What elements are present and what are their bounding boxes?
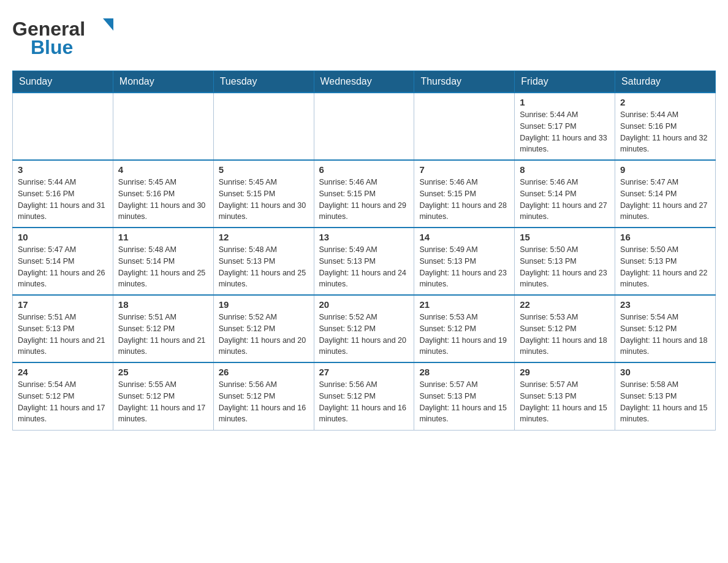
svg-text:Blue: Blue [31, 36, 73, 58]
day-number: 11 [118, 232, 208, 242]
day-number: 23 [620, 299, 710, 310]
day-info: Sunrise: 5:45 AM Sunset: 5:15 PM Dayligh… [219, 177, 309, 223]
day-number: 16 [620, 232, 710, 242]
day-info: Sunrise: 5:54 AM Sunset: 5:12 PM Dayligh… [18, 379, 108, 425]
day-info: Sunrise: 5:46 AM Sunset: 5:15 PM Dayligh… [319, 177, 409, 223]
day-cell: 4Sunrise: 5:45 AM Sunset: 5:16 PM Daylig… [113, 160, 213, 228]
day-info: Sunrise: 5:44 AM Sunset: 5:16 PM Dayligh… [620, 109, 710, 155]
day-number: 3 [18, 164, 108, 175]
day-cell: 12Sunrise: 5:48 AM Sunset: 5:13 PM Dayli… [213, 228, 314, 295]
day-number: 6 [319, 164, 409, 175]
day-number: 25 [118, 367, 208, 377]
day-info: Sunrise: 5:52 AM Sunset: 5:12 PM Dayligh… [219, 312, 309, 358]
day-number: 7 [419, 164, 509, 175]
day-cell: 26Sunrise: 5:56 AM Sunset: 5:12 PM Dayli… [213, 362, 314, 430]
day-cell: 28Sunrise: 5:57 AM Sunset: 5:13 PM Dayli… [414, 362, 515, 430]
weekday-header-friday: Friday [515, 71, 615, 93]
svg-marker-1 [103, 18, 113, 31]
day-info: Sunrise: 5:49 AM Sunset: 5:13 PM Dayligh… [319, 244, 409, 290]
day-number: 4 [118, 164, 208, 175]
day-info: Sunrise: 5:53 AM Sunset: 5:12 PM Dayligh… [419, 312, 509, 358]
day-number: 24 [18, 367, 108, 377]
day-cell: 10Sunrise: 5:47 AM Sunset: 5:14 PM Dayli… [13, 228, 113, 295]
week-row-1: 1Sunrise: 5:44 AM Sunset: 5:17 PM Daylig… [13, 93, 716, 160]
day-info: Sunrise: 5:53 AM Sunset: 5:12 PM Dayligh… [520, 312, 610, 358]
day-number: 22 [520, 299, 610, 310]
day-number: 1 [520, 97, 610, 107]
weekday-header-monday: Monday [113, 71, 213, 93]
day-number: 8 [520, 164, 610, 175]
day-number: 15 [520, 232, 610, 242]
weekday-header-wednesday: Wednesday [314, 71, 414, 93]
day-cell: 18Sunrise: 5:51 AM Sunset: 5:12 PM Dayli… [113, 295, 213, 362]
day-info: Sunrise: 5:58 AM Sunset: 5:13 PM Dayligh… [620, 379, 710, 425]
day-cell: 14Sunrise: 5:49 AM Sunset: 5:13 PM Dayli… [414, 228, 515, 295]
day-info: Sunrise: 5:57 AM Sunset: 5:13 PM Dayligh… [419, 379, 509, 425]
day-cell: 9Sunrise: 5:47 AM Sunset: 5:14 PM Daylig… [615, 160, 716, 228]
day-cell: 19Sunrise: 5:52 AM Sunset: 5:12 PM Dayli… [213, 295, 314, 362]
day-cell: 25Sunrise: 5:55 AM Sunset: 5:12 PM Dayli… [113, 362, 213, 430]
day-number: 21 [419, 299, 509, 310]
day-number: 29 [520, 367, 610, 377]
day-cell: 17Sunrise: 5:51 AM Sunset: 5:13 PM Dayli… [13, 295, 113, 362]
day-info: Sunrise: 5:51 AM Sunset: 5:13 PM Dayligh… [18, 312, 108, 358]
day-info: Sunrise: 5:47 AM Sunset: 5:14 PM Dayligh… [620, 177, 710, 223]
day-info: Sunrise: 5:48 AM Sunset: 5:14 PM Dayligh… [118, 244, 208, 290]
day-number: 14 [419, 232, 509, 242]
day-info: Sunrise: 5:50 AM Sunset: 5:13 PM Dayligh… [620, 244, 710, 290]
day-info: Sunrise: 5:48 AM Sunset: 5:13 PM Dayligh… [219, 244, 309, 290]
day-number: 17 [18, 299, 108, 310]
day-cell: 24Sunrise: 5:54 AM Sunset: 5:12 PM Dayli… [13, 362, 113, 430]
day-cell: 8Sunrise: 5:46 AM Sunset: 5:14 PM Daylig… [515, 160, 615, 228]
weekday-header-thursday: Thursday [414, 71, 515, 93]
day-cell [414, 93, 515, 160]
day-info: Sunrise: 5:44 AM Sunset: 5:16 PM Dayligh… [18, 177, 108, 223]
day-info: Sunrise: 5:56 AM Sunset: 5:12 PM Dayligh… [319, 379, 409, 425]
day-info: Sunrise: 5:55 AM Sunset: 5:12 PM Dayligh… [118, 379, 208, 425]
day-number: 10 [18, 232, 108, 242]
day-cell: 30Sunrise: 5:58 AM Sunset: 5:13 PM Dayli… [615, 362, 716, 430]
day-info: Sunrise: 5:52 AM Sunset: 5:12 PM Dayligh… [319, 312, 409, 358]
day-cell: 21Sunrise: 5:53 AM Sunset: 5:12 PM Dayli… [414, 295, 515, 362]
day-cell: 22Sunrise: 5:53 AM Sunset: 5:12 PM Dayli… [515, 295, 615, 362]
day-number: 19 [219, 299, 309, 310]
logo: General Blue [12, 12, 129, 58]
weekday-header-tuesday: Tuesday [213, 71, 314, 93]
day-cell [314, 93, 414, 160]
day-cell: 7Sunrise: 5:46 AM Sunset: 5:15 PM Daylig… [414, 160, 515, 228]
day-cell: 11Sunrise: 5:48 AM Sunset: 5:14 PM Dayli… [113, 228, 213, 295]
day-number: 2 [620, 97, 710, 107]
week-row-4: 17Sunrise: 5:51 AM Sunset: 5:13 PM Dayli… [13, 295, 716, 362]
day-info: Sunrise: 5:46 AM Sunset: 5:15 PM Dayligh… [419, 177, 509, 223]
day-number: 26 [219, 367, 309, 377]
day-cell: 5Sunrise: 5:45 AM Sunset: 5:15 PM Daylig… [213, 160, 314, 228]
day-cell [13, 93, 113, 160]
logo-svg: General Blue [12, 12, 129, 58]
page-header: General Blue [12, 12, 716, 58]
day-cell: 23Sunrise: 5:54 AM Sunset: 5:12 PM Dayli… [615, 295, 716, 362]
day-number: 27 [319, 367, 409, 377]
day-cell [113, 93, 213, 160]
calendar-table: SundayMondayTuesdayWednesdayThursdayFrid… [12, 71, 716, 431]
day-cell: 20Sunrise: 5:52 AM Sunset: 5:12 PM Dayli… [314, 295, 414, 362]
day-info: Sunrise: 5:47 AM Sunset: 5:14 PM Dayligh… [18, 244, 108, 290]
day-cell: 29Sunrise: 5:57 AM Sunset: 5:13 PM Dayli… [515, 362, 615, 430]
day-info: Sunrise: 5:44 AM Sunset: 5:17 PM Dayligh… [520, 109, 610, 155]
weekday-header-sunday: Sunday [13, 71, 113, 93]
day-cell: 27Sunrise: 5:56 AM Sunset: 5:12 PM Dayli… [314, 362, 414, 430]
day-info: Sunrise: 5:50 AM Sunset: 5:13 PM Dayligh… [520, 244, 610, 290]
week-row-5: 24Sunrise: 5:54 AM Sunset: 5:12 PM Dayli… [13, 362, 716, 430]
day-number: 30 [620, 367, 710, 377]
day-cell: 13Sunrise: 5:49 AM Sunset: 5:13 PM Dayli… [314, 228, 414, 295]
weekday-header-row: SundayMondayTuesdayWednesdayThursdayFrid… [13, 71, 716, 93]
day-number: 20 [319, 299, 409, 310]
week-row-2: 3Sunrise: 5:44 AM Sunset: 5:16 PM Daylig… [13, 160, 716, 228]
day-info: Sunrise: 5:57 AM Sunset: 5:13 PM Dayligh… [520, 379, 610, 425]
day-info: Sunrise: 5:46 AM Sunset: 5:14 PM Dayligh… [520, 177, 610, 223]
day-info: Sunrise: 5:51 AM Sunset: 5:12 PM Dayligh… [118, 312, 208, 358]
day-info: Sunrise: 5:49 AM Sunset: 5:13 PM Dayligh… [419, 244, 509, 290]
day-number: 12 [219, 232, 309, 242]
day-cell: 1Sunrise: 5:44 AM Sunset: 5:17 PM Daylig… [515, 93, 615, 160]
day-cell: 16Sunrise: 5:50 AM Sunset: 5:13 PM Dayli… [615, 228, 716, 295]
day-cell: 2Sunrise: 5:44 AM Sunset: 5:16 PM Daylig… [615, 93, 716, 160]
